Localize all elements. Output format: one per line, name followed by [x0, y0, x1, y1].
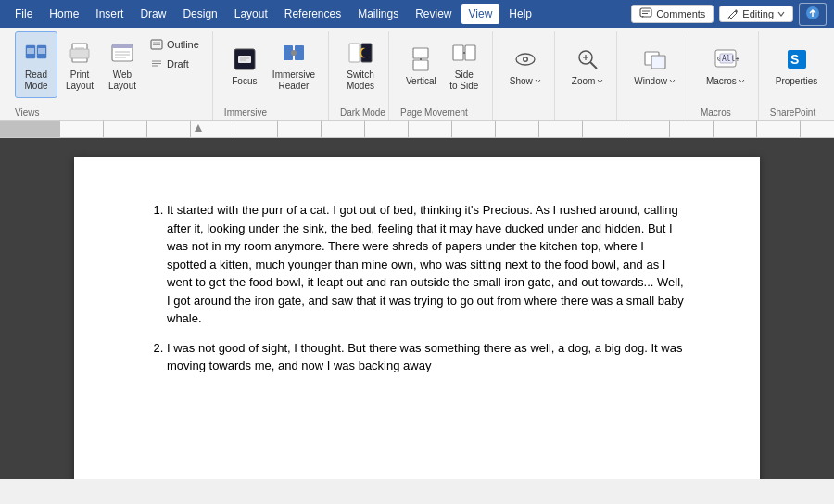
document-list: It started with the purr of a cat. I got…: [148, 201, 686, 375]
menu-help[interactable]: Help: [501, 4, 539, 24]
document-area[interactable]: It started with the purr of a cat. I got…: [0, 138, 834, 479]
macros-group-label: Macros: [701, 107, 731, 118]
properties-button[interactable]: S Properties: [770, 32, 824, 98]
comment-icon: [639, 7, 652, 20]
web-layout-label: WebLayout: [108, 69, 136, 92]
window-icon: [640, 44, 670, 74]
small-view-buttons: Outline Draft: [145, 35, 205, 73]
vertical-label: Vertical: [406, 76, 436, 86]
ribbon-group-macros: ⚙Alt+ Macros Macros: [693, 32, 759, 120]
menu-mailings[interactable]: Mailings: [350, 4, 406, 24]
menu-design[interactable]: Design: [175, 4, 224, 24]
zoom-button[interactable]: Zoom: [566, 32, 610, 98]
svg-rect-42: [465, 45, 475, 60]
immersive-reader-button[interactable]: ImmersiveReader: [267, 32, 321, 98]
share-button[interactable]: [799, 3, 827, 26]
svg-rect-6: [37, 45, 46, 58]
svg-text:S: S: [790, 52, 799, 67]
menu-view[interactable]: View: [461, 4, 500, 24]
paragraph-2: I was not good of sight, I thought. But …: [167, 341, 682, 373]
immersive-group-label: Immersive: [224, 107, 267, 118]
draft-icon: [150, 57, 163, 70]
menu-review[interactable]: Review: [408, 4, 459, 24]
ribbon-group-views: ReadMode PrintLayout WebLayout Outline: [7, 32, 213, 120]
ribbon-content: ReadMode PrintLayout WebLayout Outline: [0, 28, 834, 120]
show-label: Show: [510, 76, 541, 86]
views-group-label: Views: [15, 107, 40, 118]
sharepoint-group-label: SharePoint: [770, 107, 815, 118]
properties-label: Properties: [776, 76, 818, 86]
draft-label: Draft: [167, 58, 189, 69]
menu-bar: File Home Insert Draw Design Layout Refe…: [0, 0, 834, 28]
ruler-indent-marker[interactable]: [195, 124, 202, 132]
svg-rect-23: [151, 40, 162, 49]
menu-home[interactable]: Home: [42, 4, 86, 24]
draft-button[interactable]: Draft: [145, 55, 205, 73]
outline-icon: [150, 38, 163, 51]
read-mode-label: ReadMode: [24, 69, 47, 92]
svg-rect-0: [640, 8, 651, 17]
menu-bar-right: Comments Editing: [631, 3, 827, 26]
show-icon: [511, 44, 540, 74]
side-to-side-button[interactable]: Sideto Side: [444, 32, 485, 98]
share-icon: [805, 6, 820, 20]
immersive-reader-icon: [279, 38, 309, 68]
focus-label: Focus: [232, 76, 257, 86]
ribbon: ReadMode PrintLayout WebLayout Outline: [0, 28, 834, 121]
switch-modes-label: SwitchModes: [347, 69, 374, 92]
svg-rect-30: [238, 56, 251, 63]
immersive-reader-label: ImmersiveReader: [272, 69, 315, 92]
svg-point-46: [524, 57, 526, 60]
menu-file[interactable]: File: [7, 4, 40, 24]
macros-icon: ⚙Alt+: [711, 44, 740, 74]
comments-button[interactable]: Comments: [631, 5, 714, 23]
web-layout-button[interactable]: WebLayout: [102, 32, 143, 98]
svg-line-3: [728, 17, 729, 19]
svg-line-48: [590, 62, 597, 69]
document-page: It started with the purr of a cat. I got…: [74, 157, 760, 479]
svg-rect-19: [112, 44, 133, 48]
svg-rect-41: [453, 45, 463, 60]
outline-button[interactable]: Outline: [145, 35, 205, 54]
menu-references[interactable]: References: [277, 4, 348, 24]
svg-rect-52: [651, 56, 665, 69]
print-layout-label: PrintLayout: [66, 69, 94, 92]
svg-rect-5: [26, 45, 35, 58]
print-layout-icon: [65, 38, 95, 68]
svg-rect-37: [361, 44, 372, 62]
editing-button[interactable]: Editing: [719, 6, 793, 22]
zoom-label: Zoom: [572, 76, 604, 86]
list-item: I was not good of sight, I thought. But …: [167, 339, 686, 375]
menu-draw[interactable]: Draw: [133, 4, 173, 24]
svg-rect-17: [70, 49, 89, 58]
window-button[interactable]: Window: [628, 32, 681, 98]
pagemovement-group-label: Page Movement: [400, 107, 468, 118]
dropdown-arrow-icon: [777, 10, 785, 18]
vertical-icon: [406, 44, 436, 74]
focus-icon: [230, 44, 259, 74]
window-label: Window: [634, 76, 676, 86]
print-layout-button[interactable]: PrintLayout: [59, 32, 100, 98]
macros-button[interactable]: ⚙Alt+ Macros: [701, 32, 751, 98]
vertical-button[interactable]: Vertical: [400, 32, 442, 98]
web-layout-icon: [107, 38, 137, 68]
read-mode-button[interactable]: ReadMode: [15, 32, 57, 98]
darkmode-group-label: Dark Mode: [340, 107, 385, 118]
menu-layout[interactable]: Layout: [227, 4, 275, 24]
focus-button[interactable]: Focus: [224, 32, 265, 98]
read-mode-icon: [21, 38, 51, 68]
side-to-side-label: Sideto Side: [449, 69, 478, 92]
svg-text:Alt+: Alt+: [722, 55, 739, 63]
properties-icon: S: [782, 44, 812, 74]
ruler: [0, 121, 834, 138]
pencil-icon: [727, 8, 739, 19]
svg-point-35: [291, 50, 297, 56]
ribbon-group-show: Show: [497, 32, 555, 120]
ribbon-group-darkmode: SwitchModes Dark Mode: [333, 32, 389, 120]
menu-insert[interactable]: Insert: [88, 4, 131, 24]
ribbon-group-sharepoint: S Properties SharePoint: [763, 32, 831, 120]
switch-modes-button[interactable]: SwitchModes: [340, 32, 381, 98]
show-button[interactable]: Show: [504, 32, 547, 98]
svg-rect-39: [413, 60, 428, 70]
ribbon-group-pagemovement: Vertical Sideto Side Page Movement: [393, 32, 493, 120]
